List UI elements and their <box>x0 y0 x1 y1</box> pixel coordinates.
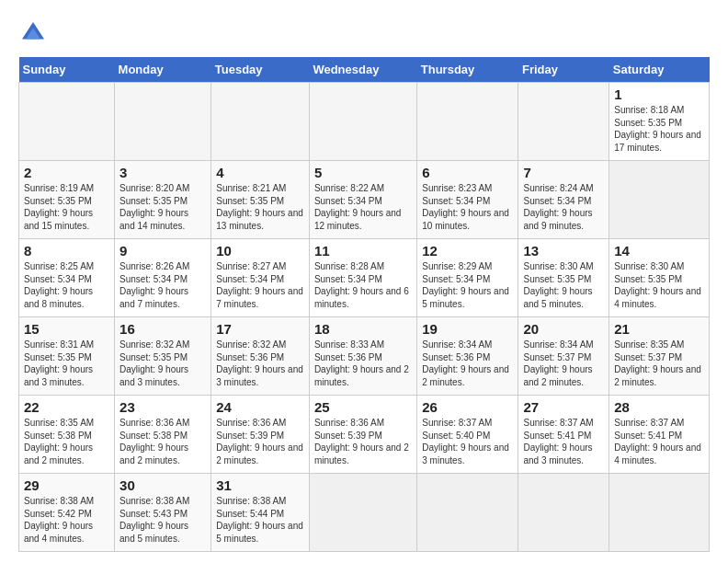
calendar-week: 8Sunrise: 8:25 AMSunset: 5:34 PMDaylight… <box>19 239 710 317</box>
day-number: 17 <box>216 321 304 337</box>
calendar-cell: 4Sunrise: 8:21 AMSunset: 5:35 PMDaylight… <box>211 161 310 239</box>
day-number: 11 <box>314 243 412 259</box>
day-info: Sunrise: 8:23 AMSunset: 5:34 PMDaylight:… <box>422 182 513 232</box>
day-number: 29 <box>24 477 109 493</box>
day-number: 28 <box>614 399 704 415</box>
day-number: 6 <box>422 165 513 180</box>
weekday-header: Thursday <box>417 57 518 83</box>
day-info: Sunrise: 8:29 AMSunset: 5:34 PMDaylight:… <box>422 260 513 310</box>
day-info: Sunrise: 8:31 AMSunset: 5:35 PMDaylight:… <box>24 339 109 388</box>
day-number: 5 <box>314 165 412 180</box>
day-number: 18 <box>314 321 412 337</box>
day-number: 27 <box>523 399 604 415</box>
day-number: 9 <box>119 243 206 259</box>
weekday-header: Saturday <box>609 57 710 83</box>
day-number: 19 <box>422 321 513 337</box>
calendar-cell <box>518 83 609 161</box>
calendar-cell: 28Sunrise: 8:37 AMSunset: 5:41 PMDayligh… <box>609 396 710 474</box>
day-number: 26 <box>422 399 513 415</box>
day-info: Sunrise: 8:33 AMSunset: 5:36 PMDaylight:… <box>314 339 412 388</box>
calendar-cell: 31Sunrise: 8:38 AMSunset: 5:44 PMDayligh… <box>211 474 310 552</box>
logo-icon <box>18 18 48 48</box>
calendar-cell: 29Sunrise: 8:38 AMSunset: 5:42 PMDayligh… <box>19 474 115 552</box>
weekday-header: Sunday <box>19 57 115 83</box>
day-info: Sunrise: 8:35 AMSunset: 5:38 PMDaylight:… <box>24 417 109 466</box>
day-info: Sunrise: 8:30 AMSunset: 5:35 PMDaylight:… <box>614 260 704 310</box>
day-number: 14 <box>614 243 704 259</box>
calendar-cell: 27Sunrise: 8:37 AMSunset: 5:41 PMDayligh… <box>518 396 609 474</box>
day-info: Sunrise: 8:24 AMSunset: 5:34 PMDaylight:… <box>523 182 604 232</box>
day-info: Sunrise: 8:37 AMSunset: 5:41 PMDaylight:… <box>523 417 604 466</box>
day-number: 2 <box>24 165 109 180</box>
day-number: 23 <box>119 399 206 415</box>
calendar-cell: 21Sunrise: 8:35 AMSunset: 5:37 PMDayligh… <box>609 317 710 396</box>
day-number: 12 <box>422 243 513 259</box>
calendar-week: 22Sunrise: 8:35 AMSunset: 5:38 PMDayligh… <box>19 396 710 474</box>
day-info: Sunrise: 8:38 AMSunset: 5:43 PMDaylight:… <box>119 495 206 545</box>
day-number: 8 <box>24 243 109 259</box>
day-number: 15 <box>24 321 109 337</box>
day-info: Sunrise: 8:27 AMSunset: 5:34 PMDaylight:… <box>216 260 304 310</box>
calendar-cell: 14Sunrise: 8:30 AMSunset: 5:35 PMDayligh… <box>609 239 710 317</box>
day-info: Sunrise: 8:18 AMSunset: 5:35 PMDaylight:… <box>614 104 704 154</box>
page-header <box>18 18 710 48</box>
calendar-table: SundayMondayTuesdayWednesdayThursdayFrid… <box>18 57 710 552</box>
calendar-cell: 30Sunrise: 8:38 AMSunset: 5:43 PMDayligh… <box>115 474 211 552</box>
day-number: 1 <box>614 86 704 102</box>
day-info: Sunrise: 8:32 AMSunset: 5:36 PMDaylight:… <box>216 339 304 388</box>
calendar-cell: 10Sunrise: 8:27 AMSunset: 5:34 PMDayligh… <box>211 239 310 317</box>
calendar-cell: 12Sunrise: 8:29 AMSunset: 5:34 PMDayligh… <box>417 239 518 317</box>
calendar-cell: 25Sunrise: 8:36 AMSunset: 5:39 PMDayligh… <box>309 396 416 474</box>
day-info: Sunrise: 8:34 AMSunset: 5:37 PMDaylight:… <box>523 339 604 388</box>
calendar-week: 15Sunrise: 8:31 AMSunset: 5:35 PMDayligh… <box>19 317 710 396</box>
day-info: Sunrise: 8:32 AMSunset: 5:35 PMDaylight:… <box>119 339 206 388</box>
day-info: Sunrise: 8:38 AMSunset: 5:44 PMDaylight:… <box>216 495 304 545</box>
calendar-cell: 9Sunrise: 8:26 AMSunset: 5:34 PMDaylight… <box>115 239 211 317</box>
calendar-cell <box>518 474 609 552</box>
calendar-cell: 13Sunrise: 8:30 AMSunset: 5:35 PMDayligh… <box>518 239 609 317</box>
calendar-cell: 11Sunrise: 8:28 AMSunset: 5:34 PMDayligh… <box>309 239 416 317</box>
day-info: Sunrise: 8:36 AMSunset: 5:38 PMDaylight:… <box>119 417 206 466</box>
day-number: 4 <box>216 165 304 180</box>
calendar-cell: 2Sunrise: 8:19 AMSunset: 5:35 PMDaylight… <box>19 161 115 239</box>
day-info: Sunrise: 8:34 AMSunset: 5:36 PMDaylight:… <box>422 339 513 388</box>
weekday-header: Friday <box>518 57 609 83</box>
calendar-cell: 23Sunrise: 8:36 AMSunset: 5:38 PMDayligh… <box>115 396 211 474</box>
calendar-week: 2Sunrise: 8:19 AMSunset: 5:35 PMDaylight… <box>19 161 710 239</box>
calendar-cell: 19Sunrise: 8:34 AMSunset: 5:36 PMDayligh… <box>417 317 518 396</box>
weekday-header: Wednesday <box>309 57 416 83</box>
calendar-cell <box>211 83 310 161</box>
calendar-cell <box>309 83 416 161</box>
day-number: 21 <box>614 321 704 337</box>
calendar-cell: 26Sunrise: 8:37 AMSunset: 5:40 PMDayligh… <box>417 396 518 474</box>
calendar-cell <box>609 161 710 239</box>
day-info: Sunrise: 8:36 AMSunset: 5:39 PMDaylight:… <box>216 417 304 466</box>
calendar-cell <box>417 474 518 552</box>
calendar-cell: 6Sunrise: 8:23 AMSunset: 5:34 PMDaylight… <box>417 161 518 239</box>
calendar-cell <box>115 83 211 161</box>
day-number: 7 <box>523 165 604 180</box>
day-number: 31 <box>216 477 304 493</box>
calendar-cell: 20Sunrise: 8:34 AMSunset: 5:37 PMDayligh… <box>518 317 609 396</box>
day-info: Sunrise: 8:20 AMSunset: 5:35 PMDaylight:… <box>119 182 206 232</box>
day-number: 10 <box>216 243 304 259</box>
day-info: Sunrise: 8:25 AMSunset: 5:34 PMDaylight:… <box>24 260 109 310</box>
day-info: Sunrise: 8:35 AMSunset: 5:37 PMDaylight:… <box>614 339 704 388</box>
calendar-cell <box>19 83 115 161</box>
calendar-week: 29Sunrise: 8:38 AMSunset: 5:42 PMDayligh… <box>19 474 710 552</box>
calendar-cell: 3Sunrise: 8:20 AMSunset: 5:35 PMDaylight… <box>115 161 211 239</box>
day-number: 20 <box>523 321 604 337</box>
calendar-cell: 22Sunrise: 8:35 AMSunset: 5:38 PMDayligh… <box>19 396 115 474</box>
day-info: Sunrise: 8:19 AMSunset: 5:35 PMDaylight:… <box>24 182 109 232</box>
calendar-cell: 24Sunrise: 8:36 AMSunset: 5:39 PMDayligh… <box>211 396 310 474</box>
day-info: Sunrise: 8:26 AMSunset: 5:34 PMDaylight:… <box>119 260 206 310</box>
day-number: 16 <box>119 321 206 337</box>
calendar-cell <box>417 83 518 161</box>
day-info: Sunrise: 8:21 AMSunset: 5:35 PMDaylight:… <box>216 182 304 232</box>
day-info: Sunrise: 8:22 AMSunset: 5:34 PMDaylight:… <box>314 182 412 232</box>
calendar-cell: 7Sunrise: 8:24 AMSunset: 5:34 PMDaylight… <box>518 161 609 239</box>
calendar-cell: 15Sunrise: 8:31 AMSunset: 5:35 PMDayligh… <box>19 317 115 396</box>
day-info: Sunrise: 8:36 AMSunset: 5:39 PMDaylight:… <box>314 417 412 466</box>
day-number: 25 <box>314 399 412 415</box>
logo <box>18 18 51 48</box>
